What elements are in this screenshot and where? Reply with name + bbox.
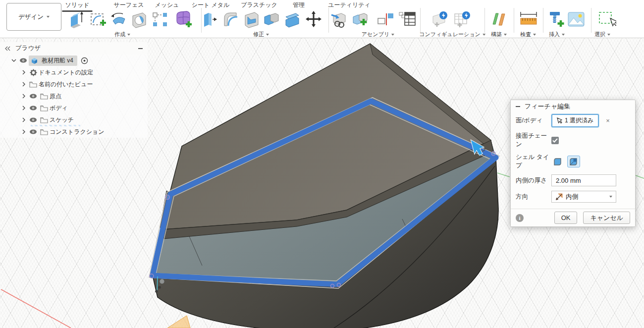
chevron-down-icon (483, 34, 485, 36)
browser-row-document-settings[interactable]: ドキュメントの設定 (0, 66, 148, 78)
folder-icon (39, 129, 50, 135)
insert-derive-icon[interactable] (329, 9, 348, 29)
group-label-create[interactable]: 作成 (114, 31, 130, 38)
chevron-right-icon[interactable] (20, 70, 28, 75)
ok-button[interactable]: OK (554, 212, 578, 224)
browser-row-bodies[interactable]: ボディ (0, 102, 148, 114)
toolbar-divider (328, 8, 329, 33)
thickness-input[interactable] (551, 174, 616, 186)
chevron-down-icon (127, 34, 130, 36)
group-label-inspect[interactable]: 検査 (520, 31, 536, 38)
browser-item-label: ドキュメントの設定 (39, 68, 93, 77)
create-form-icon[interactable] (174, 9, 193, 29)
eye-icon[interactable] (28, 106, 39, 110)
select-icon[interactable] (597, 9, 616, 29)
dialog-header[interactable]: フィーチャ編集 (511, 100, 635, 113)
tangent-chain-checkbox[interactable] (551, 137, 559, 144)
create-sketch-icon[interactable] (89, 9, 107, 29)
eye-icon[interactable] (18, 58, 29, 63)
measure-icon[interactable] (519, 9, 537, 29)
minimize-icon[interactable] (138, 48, 143, 49)
minimize-icon[interactable] (516, 106, 520, 107)
info-icon[interactable]: i (516, 214, 524, 222)
top-toolbar: デザイン ソリッド サーフェス メッシュ シート メタル プラスチック 管理 ユ… (0, 0, 644, 38)
cancel-button[interactable]: キャンセル (583, 212, 630, 224)
new-component-icon[interactable] (351, 9, 370, 29)
chevron-down-icon (266, 34, 269, 36)
browser-item-label: 原点 (50, 92, 61, 101)
chevron-down-icon[interactable] (10, 58, 18, 62)
chevron-right-icon[interactable] (20, 129, 28, 134)
direction-value: 内側 (566, 193, 578, 201)
workspace-switcher-button[interactable]: デザイン (6, 3, 61, 31)
construct-plane-icon[interactable] (489, 9, 508, 29)
pattern-icon[interactable] (151, 9, 169, 29)
joint-icon[interactable] (376, 9, 395, 29)
fillet-icon[interactable] (221, 9, 240, 29)
hole-icon[interactable] (130, 9, 149, 29)
chevron-right-icon[interactable] (20, 117, 28, 122)
thickness-label: 内側の厚さ (516, 176, 551, 185)
eye-icon[interactable] (28, 117, 39, 122)
browser-row-named-views[interactable]: 名前の付いたビュー (0, 78, 148, 90)
origin-plane[interactable] (167, 316, 190, 328)
browser-item-label: スケッチ (50, 116, 74, 124)
browser-row-root[interactable]: 教材用船 v4 (0, 55, 148, 66)
folder-icon (39, 105, 50, 111)
browser-item-label: ボディ (50, 104, 68, 112)
configuration-table-icon[interactable] (452, 9, 471, 29)
group-label-construct[interactable]: 構築 (491, 31, 507, 38)
collapse-panel-icon[interactable] (5, 46, 11, 51)
combine-icon[interactable] (262, 9, 281, 29)
shell-type-outside-button[interactable] (551, 156, 564, 167)
shell-icon[interactable] (242, 9, 261, 29)
tangent-chain-label: 接面チェーン (516, 132, 551, 149)
group-label-insert[interactable]: 挿入 (549, 31, 565, 38)
shell-inside-icon (569, 158, 578, 166)
direction-dropdown[interactable]: 内側 (551, 191, 616, 203)
bow-construction-line (157, 276, 158, 292)
chevron-down-icon (504, 34, 507, 36)
toolbar-divider (420, 8, 421, 33)
browser-item-label: 教材用船 v4 (42, 56, 73, 65)
toolbar-divider (514, 8, 514, 33)
selected-row-highlight[interactable]: 教材用船 v4 (29, 55, 77, 66)
chevron-right-icon[interactable] (20, 94, 28, 99)
configuration-icon[interactable] (430, 9, 449, 29)
group-label-assemble[interactable]: アセンブリ (362, 31, 394, 38)
eye-icon[interactable] (28, 129, 39, 134)
clear-selection-button[interactable]: × (606, 117, 610, 124)
chevron-down-icon (562, 34, 565, 36)
face-selection-button[interactable]: 1 選択済み (551, 114, 599, 127)
browser-row-construction[interactable]: コンストラクション (0, 126, 148, 138)
group-label-configuration[interactable]: コンフィギュレーション (419, 31, 485, 38)
group-label-select[interactable]: 選択 (594, 31, 610, 38)
shell-type-inside-button[interactable] (567, 156, 580, 167)
browser-header: ブラウザ (0, 42, 148, 55)
activate-target-icon[interactable] (81, 57, 88, 64)
toolbar-divider (201, 8, 202, 33)
insert-fastener-icon[interactable] (547, 9, 566, 29)
bom-table-icon[interactable] (398, 9, 417, 29)
bow-point-dot (158, 286, 161, 289)
checkmark-icon (552, 138, 558, 143)
browser-row-origin[interactable]: 原点 (0, 90, 148, 102)
group-label-modify[interactable]: 修正 (253, 31, 269, 38)
y-axis-green-line (497, 173, 510, 177)
folder-icon (39, 117, 50, 123)
shell-type-label: シェル タイプ (516, 153, 551, 170)
insert-image-icon[interactable] (567, 9, 586, 29)
gear-icon (28, 69, 39, 76)
chevron-down-icon (391, 34, 394, 36)
chevron-right-icon[interactable] (20, 82, 28, 87)
revolve-icon[interactable] (109, 9, 128, 29)
split-body-icon[interactable] (283, 9, 302, 29)
move-icon[interactable] (304, 9, 322, 29)
browser-row-sketches[interactable]: スケッチ (0, 114, 148, 126)
eye-icon[interactable] (28, 94, 39, 99)
component-cube-icon (31, 57, 38, 64)
press-pull-icon[interactable] (200, 9, 218, 29)
bow-point-dot (155, 290, 158, 293)
extrude-icon[interactable] (67, 9, 86, 29)
chevron-right-icon[interactable] (20, 106, 28, 110)
